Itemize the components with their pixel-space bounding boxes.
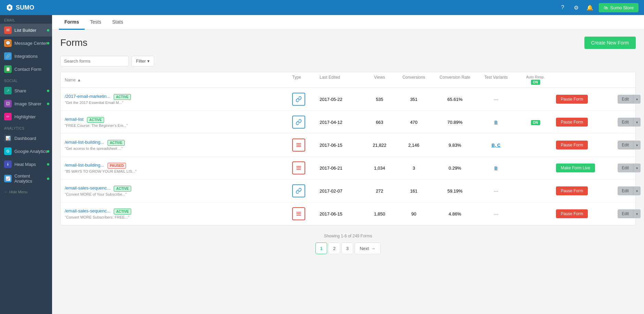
edit-group: Edit ▾ bbox=[618, 95, 641, 104]
auto-resp-toggle[interactable]: ON bbox=[531, 120, 540, 125]
search-input[interactable] bbox=[60, 56, 129, 66]
notifications-button[interactable]: 🔔 bbox=[585, 3, 595, 12]
chevron-down-icon: ▾ bbox=[147, 58, 150, 64]
edit-button[interactable]: Edit bbox=[618, 118, 633, 127]
test-variants-value: --- bbox=[494, 97, 498, 102]
edit-button[interactable]: Edit bbox=[618, 186, 633, 195]
pagination-area: Showing 1-6 of 249 Forms 1 2 3 Next → bbox=[60, 234, 636, 254]
pause-form-button[interactable]: Pause Form bbox=[556, 95, 588, 104]
tab-forms[interactable]: Forms bbox=[59, 15, 85, 30]
views-cell: 272 bbox=[364, 188, 395, 194]
page-3-button[interactable]: 3 bbox=[342, 243, 353, 254]
main-layout: Email ✉ List Builder 💬 Message Center 🔗 … bbox=[0, 15, 644, 314]
active-dot bbox=[47, 90, 49, 92]
pause-form-button[interactable]: Pause Form bbox=[556, 209, 588, 218]
last-edited-cell: 2017-06-15 bbox=[320, 143, 364, 148]
conversion-rate-cell: 4.86% bbox=[433, 211, 477, 217]
sidebar-item-integrations[interactable]: 🔗 Integrations bbox=[0, 50, 52, 63]
settings-button[interactable]: ⚙ bbox=[571, 3, 581, 12]
logo-text: SUMO bbox=[16, 4, 34, 11]
edit-button[interactable]: Edit bbox=[618, 163, 633, 172]
sumo-store-button[interactable]: 🛍 Sumo Store bbox=[599, 3, 639, 12]
status-badge: ACTIVE bbox=[114, 209, 131, 214]
edit-dropdown-button[interactable]: ▾ bbox=[633, 163, 641, 172]
test-variant-link[interactable]: B bbox=[494, 120, 497, 125]
store-label: Sumo Store bbox=[610, 5, 634, 10]
create-new-form-button[interactable]: Create New Form bbox=[584, 37, 636, 49]
sidebar-item-label: Image Sharer bbox=[14, 101, 41, 106]
conversions-cell: 161 bbox=[395, 188, 433, 194]
column-views-header: Views bbox=[364, 75, 395, 85]
sidebar-item-heat-maps[interactable]: 🌡 Heat Maps bbox=[0, 158, 52, 171]
edit-button[interactable]: Edit bbox=[618, 141, 633, 149]
last-edited-cell: 2017-05-22 bbox=[320, 97, 364, 102]
form-name-link[interactable]: /email-list bbox=[65, 117, 84, 122]
sidebar-item-contact-form[interactable]: 📋 Contact Form bbox=[0, 63, 52, 76]
test-variants-cell: --- bbox=[477, 188, 515, 194]
help-button[interactable]: ? bbox=[558, 3, 567, 12]
conversion-rate-cell: 65.61% bbox=[433, 97, 477, 102]
edit-button[interactable]: Edit bbox=[618, 209, 633, 218]
next-button[interactable]: Next → bbox=[355, 243, 381, 254]
status-badge: ACTIVE bbox=[87, 117, 104, 123]
edit-button[interactable]: Edit bbox=[618, 95, 633, 104]
gear-icon: ⚙ bbox=[574, 4, 579, 11]
pause-form-button[interactable]: Pause Form bbox=[556, 118, 588, 127]
form-name-link[interactable]: /email-list-building... bbox=[65, 140, 104, 145]
test-variants-cell: B, C bbox=[477, 143, 515, 148]
content-analytics-icon: 📈 bbox=[4, 175, 12, 182]
page-1-button[interactable]: 1 bbox=[315, 243, 327, 254]
column-edit-header bbox=[618, 75, 631, 85]
sidebar-item-content-analytics[interactable]: 📈 Content Analytics bbox=[0, 171, 52, 186]
form-description: "Get the 2017 Essential Email M..." bbox=[65, 101, 292, 105]
sumo-logo-icon bbox=[5, 3, 14, 12]
edit-dropdown-button[interactable]: ▾ bbox=[633, 186, 641, 195]
edit-dropdown-button[interactable]: ▾ bbox=[633, 95, 641, 104]
edit-dropdown-button[interactable]: ▾ bbox=[633, 118, 641, 127]
hide-menu-label: Hide Menu bbox=[9, 190, 27, 194]
sidebar-item-message-center[interactable]: 💬 Message Center bbox=[0, 37, 52, 50]
sidebar-item-highlighter[interactable]: ✏ Highlighter bbox=[0, 110, 52, 123]
pause-form-button[interactable]: Pause Form bbox=[556, 186, 588, 195]
form-name-link[interactable]: /email-list-building... bbox=[65, 162, 104, 168]
edit-dropdown-button[interactable]: ▾ bbox=[633, 141, 641, 149]
edit-cell: Edit ▾ bbox=[618, 141, 631, 149]
form-name-cell: /email-sales-sequenc... ACTIVE "Convert … bbox=[65, 185, 292, 196]
sidebar-item-google-analytics[interactable]: G Google Analytics bbox=[0, 145, 52, 158]
form-name-link[interactable]: /email-sales-sequenc... bbox=[65, 208, 111, 213]
edit-dropdown-button[interactable]: ▾ bbox=[633, 209, 641, 218]
active-dot bbox=[47, 103, 49, 105]
type-icon bbox=[292, 161, 305, 174]
active-dot bbox=[47, 178, 49, 180]
make-form-live-button[interactable]: Make Form Live bbox=[556, 163, 595, 172]
test-variant-link[interactable]: B, C bbox=[492, 143, 500, 148]
table-row: /email-list-building... ACTIVE "Get acce… bbox=[61, 134, 635, 157]
pause-form-button[interactable]: Pause Form bbox=[556, 141, 588, 149]
type-cell bbox=[292, 139, 320, 152]
form-name-link[interactable]: /2017-email-marketin... bbox=[65, 94, 110, 99]
filter-button[interactable]: Filter ▾ bbox=[132, 56, 154, 66]
table-header: Name ▲ Type Last Edited Views Conversion… bbox=[61, 72, 635, 88]
hide-menu-button[interactable]: ← Hide Menu bbox=[0, 186, 52, 197]
sidebar-item-image-sharer[interactable]: 🖼 Image Sharer bbox=[0, 97, 52, 110]
logo-area: SUMO bbox=[5, 3, 34, 12]
sidebar-item-dashboard[interactable]: 📊 Dashboard bbox=[0, 132, 52, 145]
edit-cell: Edit ▾ bbox=[618, 95, 631, 104]
sidebar-item-list-builder[interactable]: ✉ List Builder bbox=[0, 24, 52, 37]
analytics-section-label: Analytics bbox=[0, 123, 52, 132]
sidebar-item-label: Contact Form bbox=[14, 67, 41, 72]
page-2-button[interactable]: 2 bbox=[329, 243, 340, 254]
sidebar-item-label: Highlighter bbox=[14, 114, 36, 119]
conversion-rate-cell: 0.29% bbox=[433, 166, 477, 171]
column-name-header[interactable]: Name ▲ bbox=[65, 75, 292, 85]
form-name-link[interactable]: /email-sales-sequenc... bbox=[65, 185, 111, 191]
sidebar-item-label: Google Analytics bbox=[14, 149, 48, 154]
table-row: /email-sales-sequenc... ACTIVE "Convert … bbox=[61, 180, 635, 202]
edit-group: Edit ▾ bbox=[618, 163, 641, 172]
tab-stats[interactable]: Stats bbox=[107, 15, 128, 30]
sidebar-item-share[interactable]: ↗ Share bbox=[0, 84, 52, 97]
tab-tests[interactable]: Tests bbox=[85, 15, 107, 30]
nav-actions: ? ⚙ 🔔 🛍 Sumo Store bbox=[558, 3, 639, 12]
test-variant-link[interactable]: B bbox=[494, 166, 497, 171]
sumo-logo[interactable]: SUMO bbox=[5, 3, 34, 12]
